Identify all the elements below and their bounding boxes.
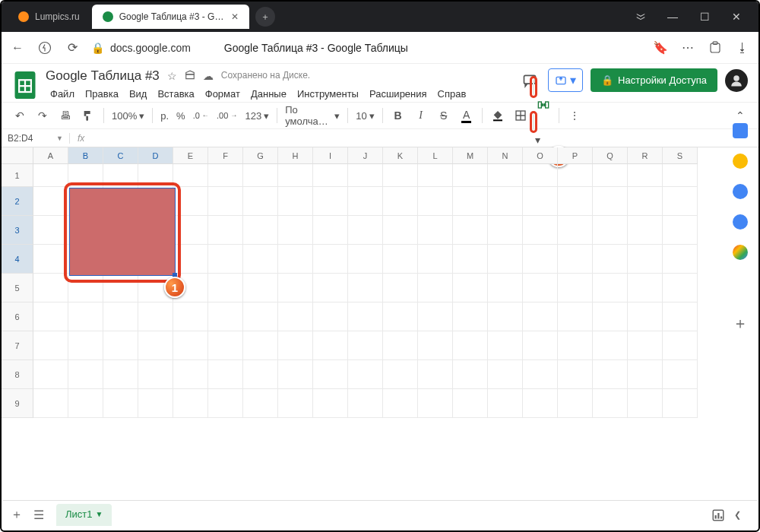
menu-insert[interactable]: Вставка: [153, 87, 198, 101]
col-I[interactable]: I: [313, 147, 348, 164]
row-2[interactable]: 2: [2, 187, 33, 216]
add-sheet-button[interactable]: ＋: [11, 507, 26, 523]
col-G[interactable]: G: [243, 147, 278, 164]
col-O[interactable]: O: [523, 147, 558, 164]
address-bar[interactable]: 🔒 docs.google.com: [91, 42, 191, 54]
calendar-icon[interactable]: [733, 123, 748, 138]
contacts-icon[interactable]: [733, 214, 748, 230]
menu-tools[interactable]: Инструменты: [293, 87, 363, 101]
lock-icon: 🔒: [91, 42, 104, 54]
col-L[interactable]: L: [418, 147, 453, 164]
tab-label: Google Таблица #3 - G…: [119, 11, 224, 22]
col-Q[interactable]: Q: [593, 147, 628, 164]
col-D[interactable]: D: [138, 147, 173, 164]
close-icon[interactable]: ✕: [231, 11, 239, 22]
redo-button[interactable]: ↷: [32, 105, 53, 126]
select-all-corner[interactable]: [2, 147, 33, 164]
font-select[interactable]: По умолча… ▾: [282, 104, 343, 127]
reload-button[interactable]: ⟳: [64, 40, 81, 56]
col-N[interactable]: N: [488, 147, 523, 164]
add-addon-button[interactable]: ＋: [733, 313, 748, 334]
number-format-more[interactable]: 123 ▾: [242, 110, 272, 122]
merge-cells-button[interactable]: [533, 94, 554, 116]
all-sheets-button[interactable]: ☰: [33, 508, 49, 522]
maps-icon[interactable]: [733, 245, 748, 260]
sheets-logo-icon[interactable]: [12, 68, 38, 102]
col-H[interactable]: H: [278, 147, 313, 164]
strike-button[interactable]: S: [433, 105, 454, 126]
inc-decimal-button[interactable]: .00→: [214, 111, 240, 120]
star-icon[interactable]: ☆: [167, 70, 177, 82]
explore-button[interactable]: [711, 508, 727, 522]
extensions-icon[interactable]: [707, 40, 724, 56]
col-J[interactable]: J: [348, 147, 383, 164]
new-tab-button[interactable]: ＋: [255, 7, 275, 27]
currency-button[interactable]: р.: [157, 110, 172, 122]
row-6[interactable]: 6: [2, 302, 33, 331]
menu-data[interactable]: Данные: [246, 87, 291, 101]
browser-tab-lumpics[interactable]: Lumpics.ru: [8, 5, 90, 29]
menu-format[interactable]: Формат: [201, 87, 245, 101]
print-button[interactable]: 🖶: [55, 105, 76, 126]
save-status: Сохранено на Диске.: [221, 70, 310, 82]
row-3[interactable]: 3: [2, 216, 33, 245]
borders-button[interactable]: [510, 105, 531, 126]
more-icon[interactable]: ⋯: [679, 40, 696, 56]
menu-file[interactable]: Файл: [46, 87, 79, 101]
keep-icon[interactable]: [733, 154, 748, 169]
name-box[interactable]: B2:D4▼: [2, 133, 70, 144]
favicon-icon: [18, 11, 29, 22]
yandex-icon[interactable]: [36, 40, 53, 56]
bookmark-icon[interactable]: 🔖: [652, 40, 669, 56]
more-toolbar-icon[interactable]: ⋮: [564, 105, 585, 126]
back-button[interactable]: ←: [9, 40, 26, 56]
menu-help[interactable]: Справ: [433, 87, 471, 101]
collapse-panel-icon[interactable]: ❮: [734, 510, 749, 520]
italic-button[interactable]: I: [410, 105, 432, 126]
window-maximize-button[interactable]: ☐: [689, 2, 720, 32]
cloud-icon[interactable]: ☁: [203, 70, 214, 82]
text-color-button[interactable]: A: [456, 105, 477, 126]
window-minimize-button[interactable]: —: [657, 2, 689, 32]
zoom-select[interactable]: 100% ▾: [109, 110, 147, 122]
bold-button[interactable]: B: [388, 105, 409, 126]
col-K[interactable]: K: [383, 147, 418, 164]
percent-button[interactable]: %: [173, 110, 188, 122]
col-F[interactable]: F: [208, 147, 243, 164]
col-B[interactable]: B: [68, 147, 103, 164]
undo-button[interactable]: ↶: [9, 105, 30, 126]
browser-menu-icon[interactable]: [625, 2, 657, 32]
fill-color-button[interactable]: [487, 105, 508, 126]
sheet-tab-1[interactable]: Лист1 ▼: [56, 504, 112, 526]
row-5[interactable]: 5: [2, 274, 33, 302]
col-R[interactable]: R: [628, 147, 663, 164]
col-C[interactable]: C: [103, 147, 138, 164]
tasks-icon[interactable]: [733, 184, 748, 199]
col-A[interactable]: A: [33, 147, 68, 164]
menu-view[interactable]: Вид: [125, 87, 152, 101]
menu-extensions[interactable]: Расширения: [365, 87, 432, 101]
row-8[interactable]: 8: [2, 360, 33, 389]
avatar[interactable]: [725, 69, 748, 92]
font-size-select[interactable]: 10 ▾: [353, 110, 377, 122]
row-1[interactable]: 1: [2, 164, 33, 187]
doc-name[interactable]: Google Таблица #3: [46, 68, 160, 84]
row-9[interactable]: 9: [2, 389, 33, 418]
move-icon[interactable]: [185, 70, 195, 82]
share-button[interactable]: 🔒 Настройки Доступа: [591, 68, 717, 92]
row-7[interactable]: 7: [2, 331, 33, 360]
menu-edit[interactable]: Правка: [81, 87, 123, 101]
paint-format-button[interactable]: [78, 105, 99, 126]
window-close-button[interactable]: ✕: [720, 2, 752, 32]
dec-decimal-button[interactable]: .0←: [190, 111, 212, 120]
col-S[interactable]: S: [663, 147, 698, 164]
row-4[interactable]: 4: [2, 245, 33, 274]
selection-range[interactable]: [69, 188, 176, 276]
col-E[interactable]: E: [173, 147, 208, 164]
downloads-icon[interactable]: ⭳: [734, 40, 751, 56]
col-P[interactable]: P: [558, 147, 593, 164]
browser-tab-sheets[interactable]: Google Таблица #3 - G… ✕: [92, 5, 250, 29]
col-M[interactable]: M: [453, 147, 488, 164]
column-headers: A B C D E F G H I J K L M N O P Q R S: [2, 147, 758, 164]
favicon-icon: [103, 11, 113, 22]
